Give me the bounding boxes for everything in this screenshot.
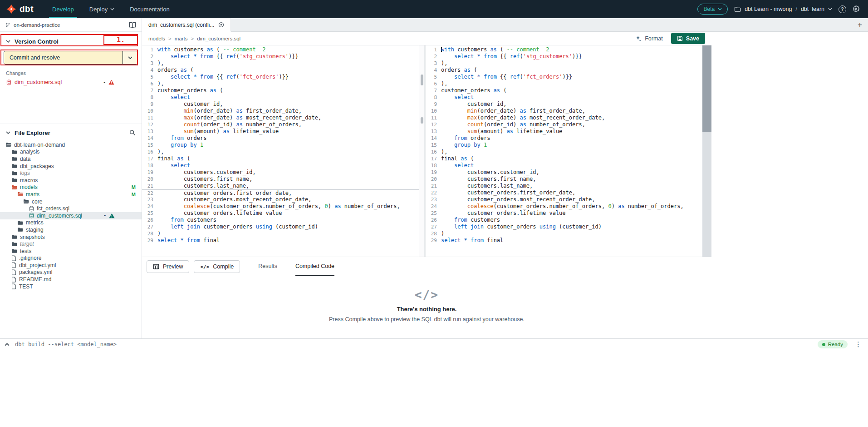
- code-editor-right[interactable]: 1with customers as ( -- comment 22 selec…: [426, 45, 702, 257]
- file-explorer-header[interactable]: File Explorer: [0, 126, 142, 139]
- folder-icon: [11, 149, 17, 154]
- tree-item-fct_orders.sql[interactable]: fct_orders.sql: [0, 205, 142, 212]
- scrollbar-thumb[interactable]: [421, 74, 423, 85]
- breadcrumb-item[interactable]: models: [148, 36, 165, 41]
- preview-button[interactable]: Preview: [147, 260, 189, 273]
- sql-icon: [29, 213, 34, 218]
- code-line: 14 from orders: [426, 135, 702, 142]
- code-line: 12 count(order_id) as number_of_orders,: [142, 121, 419, 128]
- commit-button-label: Commit and resolve: [4, 51, 123, 64]
- version-control-header[interactable]: Version Control: [0, 35, 142, 48]
- nav-item-documentation[interactable]: Documentation: [122, 0, 177, 18]
- tree-item-marts[interactable]: martsM: [0, 191, 142, 198]
- tree-item-label: models: [20, 184, 38, 190]
- line-number: 21: [142, 183, 157, 189]
- scrollbar-thumb[interactable]: [421, 117, 423, 124]
- code-line: 21 customers.last_name,: [142, 183, 419, 189]
- scrollbar-thumb[interactable]: [702, 45, 711, 132]
- gear-icon[interactable]: [853, 5, 860, 13]
- command-input[interactable]: dbt build --select <model_name>: [15, 341, 117, 348]
- tree-item-label: target: [20, 241, 34, 247]
- chevron-down-icon: [718, 8, 722, 10]
- code-editor-left[interactable]: 1with customers as ( -- comment 22 selec…: [142, 45, 419, 257]
- tree-item-models[interactable]: modelsM: [0, 184, 142, 191]
- code-line: 13 sum(amount) as lifetime_value: [142, 128, 419, 135]
- code-line: 17final as (: [142, 155, 419, 162]
- code-line: 26 from customers: [426, 217, 702, 223]
- beta-badge[interactable]: Beta: [697, 4, 728, 15]
- folder-open-icon: [11, 185, 17, 190]
- nav-item-deploy[interactable]: Deploy: [82, 0, 122, 18]
- tree-item-staging[interactable]: staging: [0, 226, 142, 233]
- editor-tab-bar: dim_customers.sql (confli... +: [142, 18, 868, 32]
- docs-book-icon[interactable]: [129, 22, 136, 28]
- tree-item-TEST[interactable]: TEST: [0, 283, 142, 290]
- branch-row[interactable]: on-demand-practice: [0, 18, 142, 32]
- left-editor-scrollbar[interactable]: [419, 45, 424, 257]
- tree-item-dbt_packages[interactable]: dbt_packages: [0, 163, 142, 170]
- nav-item-develop[interactable]: Develop: [44, 0, 82, 18]
- tree-item-logs[interactable]: logs: [0, 169, 142, 177]
- help-icon[interactable]: ?: [839, 5, 846, 13]
- chevron-down-icon: [128, 56, 132, 59]
- code-line: 18 select: [142, 162, 419, 169]
- line-number: 3: [142, 60, 157, 67]
- breadcrumb-item[interactable]: dim_customers.sql: [197, 36, 240, 41]
- chevron-up-icon[interactable]: [5, 343, 10, 346]
- tree-item-packages.yml[interactable]: packages.yml: [0, 269, 142, 276]
- dbt-cloud-ide: dbt DevelopDeployDocumentation Beta dbt …: [0, 0, 868, 350]
- breadcrumb-item[interactable]: marts: [175, 36, 188, 41]
- tree-item-target[interactable]: target: [0, 240, 142, 248]
- panel-tab-compiled-code[interactable]: Compiled Code: [295, 257, 334, 276]
- commit-dropdown-toggle[interactable]: [123, 51, 137, 64]
- file-explorer-section: File Explorer dbt-learn-on-demandanalysi…: [0, 124, 142, 290]
- line-number: 18: [142, 162, 157, 169]
- commit-and-resolve-button[interactable]: Commit and resolve: [4, 51, 138, 65]
- kebab-menu-icon[interactable]: ⋮: [853, 340, 863, 348]
- compile-button[interactable]: </> Compile: [194, 260, 240, 273]
- tree-item-.gitignore[interactable]: .gitignore: [0, 255, 142, 262]
- line-number: 13: [426, 128, 441, 135]
- line-number: 1: [142, 46, 157, 53]
- tree-item-core[interactable]: core: [0, 198, 142, 205]
- tree-item-label: staging: [26, 227, 44, 233]
- logo-text: dbt: [20, 4, 34, 14]
- code-line: 28): [142, 230, 419, 237]
- breadcrumb: models>marts>dim_customers.sql: [148, 36, 240, 41]
- tree-item-README.md[interactable]: README.md: [0, 276, 142, 283]
- code-line: 15 group by 1: [142, 142, 419, 149]
- tree-item-dim_customers.sql[interactable]: dim_customers.sql•: [0, 212, 142, 219]
- file-icon: [11, 269, 16, 275]
- tree-item-label: marts: [26, 191, 39, 198]
- panel-tab-results[interactable]: Results: [258, 257, 277, 276]
- folder-open-icon: [23, 199, 29, 204]
- right-editor-scrollbar[interactable]: [702, 45, 711, 257]
- tree-item-label: snapshots: [20, 234, 45, 240]
- unsaved-circle-icon: [218, 22, 224, 28]
- editor-tab-dim-customers[interactable]: dim_customers.sql (confli...: [142, 18, 231, 32]
- line-number: 28: [426, 230, 441, 237]
- code-line: 3),: [426, 60, 702, 67]
- tree-item-metrics[interactable]: metrics: [0, 219, 142, 227]
- account-switcher[interactable]: dbt Learn - mwong / dbt_learn: [734, 6, 832, 12]
- code-line: 25 customer_orders.lifetime_value: [426, 210, 702, 217]
- dbt-logo[interactable]: dbt: [0, 0, 44, 18]
- file-icon: [11, 283, 16, 289]
- tree-item-macros[interactable]: macros: [0, 177, 142, 184]
- nav-item-label: Develop: [52, 6, 74, 13]
- code-line: 1with customers as ( -- comment 2: [142, 46, 419, 53]
- search-icon[interactable]: [129, 129, 136, 136]
- changed-file-dim_customers.sql[interactable]: dim_customers.sql•: [0, 77, 142, 87]
- tree-item-tests[interactable]: tests: [0, 248, 142, 255]
- tree-item-data[interactable]: data: [0, 155, 142, 163]
- new-tab-icon[interactable]: +: [852, 20, 868, 30]
- tree-item-dbt_project.yml[interactable]: dbt_project.yml: [0, 262, 142, 269]
- folder-icon: [11, 242, 17, 247]
- tree-item-analysis[interactable]: analysis: [0, 149, 142, 156]
- tree-item-dbt-learn-on-demand[interactable]: dbt-learn-on-demand: [0, 141, 142, 149]
- tree-item-snapshots[interactable]: snapshots: [0, 233, 142, 241]
- line-number: 22: [142, 190, 157, 196]
- format-button[interactable]: Format: [635, 35, 663, 42]
- save-button[interactable]: Save: [671, 33, 705, 44]
- code-line: 26 from customers: [142, 217, 419, 223]
